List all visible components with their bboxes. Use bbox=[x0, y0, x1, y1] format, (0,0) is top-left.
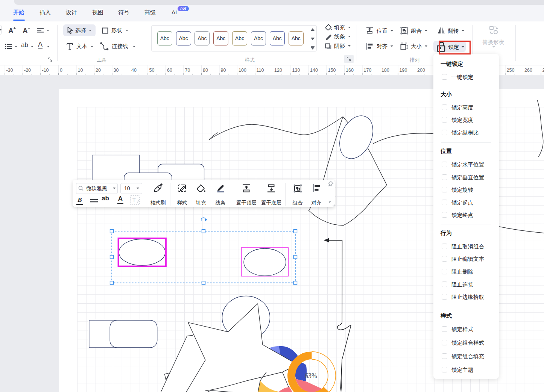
svg-text:60: 60 bbox=[167, 68, 172, 73]
svg-text:250: 250 bbox=[507, 68, 515, 73]
svg-text:170: 170 bbox=[364, 68, 372, 73]
svg-text:-30: -30 bbox=[6, 68, 13, 73]
svg-text:150: 150 bbox=[328, 68, 336, 73]
svg-text:80: 80 bbox=[203, 68, 208, 73]
svg-text:A: A bbox=[8, 27, 14, 34]
svg-text:90: 90 bbox=[221, 68, 226, 73]
svg-text:260: 260 bbox=[524, 68, 532, 73]
svg-text:70: 70 bbox=[185, 68, 190, 73]
svg-text:40: 40 bbox=[131, 68, 137, 73]
svg-text:T: T bbox=[132, 197, 136, 203]
svg-text:130: 130 bbox=[292, 68, 300, 73]
svg-text:63%: 63% bbox=[305, 372, 317, 380]
svg-text:50: 50 bbox=[149, 68, 155, 73]
svg-text:100: 100 bbox=[239, 68, 246, 73]
svg-text:0: 0 bbox=[60, 68, 62, 73]
svg-text:30: 30 bbox=[114, 68, 119, 73]
svg-text:20: 20 bbox=[96, 68, 101, 73]
svg-text:A: A bbox=[23, 27, 28, 34]
svg-text:120: 120 bbox=[274, 68, 282, 73]
svg-text:110: 110 bbox=[257, 68, 264, 73]
svg-text:-10: -10 bbox=[42, 68, 49, 73]
svg-text:160: 160 bbox=[346, 68, 354, 73]
svg-text:180: 180 bbox=[381, 68, 389, 73]
svg-text:-20: -20 bbox=[24, 68, 31, 73]
svg-text:270: 270 bbox=[542, 68, 544, 73]
svg-text:10: 10 bbox=[78, 68, 83, 73]
svg-text:190: 190 bbox=[400, 68, 407, 73]
svg-text:200: 200 bbox=[417, 68, 425, 73]
svg-text:140: 140 bbox=[310, 68, 318, 73]
